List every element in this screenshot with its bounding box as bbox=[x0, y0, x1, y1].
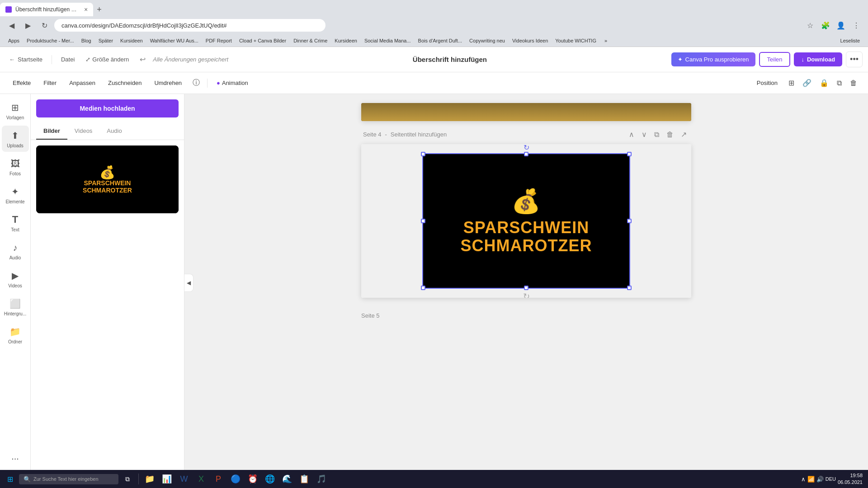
audio-icon: ♪ bbox=[8, 241, 23, 254]
taskbar-search[interactable]: 🔍 Zur Suche Text hier eingeben bbox=[19, 474, 118, 484]
trash-icon[interactable]: 🗑 bbox=[846, 76, 861, 90]
taskbar-taskmanager[interactable]: 📊 bbox=[159, 471, 175, 487]
filter-button[interactable]: Filter bbox=[38, 77, 62, 89]
nav-back-button[interactable]: ◀ bbox=[5, 19, 18, 32]
sidebar-item-audio[interactable]: ♪ Audio bbox=[2, 238, 29, 264]
bookmark-wahlfaecher[interactable]: Wahlfächer WU Aus... bbox=[147, 37, 201, 44]
taskbar-excel[interactable]: X bbox=[193, 471, 209, 487]
extension-icon[interactable]: 🧩 bbox=[819, 19, 832, 32]
animation-button[interactable]: ● Animation bbox=[211, 77, 254, 89]
page-collapse-down-button[interactable]: ∨ bbox=[639, 128, 650, 141]
new-tab-button[interactable]: + bbox=[93, 5, 105, 14]
position-button[interactable]: Position bbox=[751, 77, 783, 89]
brand-image[interactable]: 💰 SPARSCHWEIN SCHMAROTZER bbox=[422, 153, 630, 289]
effekte-button[interactable]: Effekte bbox=[7, 77, 36, 89]
share-button[interactable]: Teilen bbox=[759, 52, 791, 67]
rotate-handle-top[interactable]: ↻ bbox=[524, 144, 529, 152]
design-title[interactable]: Überschrift hinzufügen bbox=[413, 56, 487, 63]
download-button[interactable]: ↓ Download bbox=[794, 52, 842, 66]
bookmark-leseliste[interactable]: Leseliste bbox=[838, 37, 863, 44]
umdrehen-button[interactable]: Umdrehen bbox=[149, 77, 187, 89]
media-item-sparschwein[interactable]: 💰 SPARSCHWEINSCHMAROTZER bbox=[36, 145, 179, 213]
taskbar-explorer[interactable]: 📁 bbox=[142, 471, 158, 487]
bookmark-kursideen1[interactable]: Kursideen bbox=[118, 37, 146, 44]
sidebar-item-videos[interactable]: ▶ Videos bbox=[2, 266, 29, 292]
tray-volume-icon[interactable]: 🔊 bbox=[816, 476, 824, 483]
bookmark-social[interactable]: Social Media Mana... bbox=[362, 37, 414, 44]
taskbar-edge[interactable]: 🌊 bbox=[279, 471, 295, 487]
lock-icon[interactable]: 🔒 bbox=[816, 76, 832, 90]
address-input[interactable] bbox=[54, 19, 326, 32]
anpassen-button[interactable]: Anpassen bbox=[64, 77, 101, 89]
secondary-toolbar: Effekte Filter Anpassen Zuschneiden Umdr… bbox=[0, 72, 868, 94]
bookmark-spaeter[interactable]: Später bbox=[96, 37, 116, 44]
bookmark-kursideen2[interactable]: Kursideen bbox=[332, 37, 360, 44]
page-share-button[interactable]: ↗ bbox=[678, 128, 689, 141]
home-button[interactable]: ← Startseite bbox=[5, 53, 46, 66]
settings-icon[interactable]: ⋮ bbox=[850, 19, 863, 32]
bookmark-youtube[interactable]: Youtube WICHTIG bbox=[552, 37, 599, 44]
taskbar-app5[interactable]: 🔵 bbox=[227, 471, 244, 487]
taskbar-word[interactable]: W bbox=[176, 471, 192, 487]
sidebar-item-uploads[interactable]: ⬆ Uploads bbox=[2, 126, 29, 152]
sidebar-item-ordner[interactable]: 📁 Ordner bbox=[2, 322, 29, 348]
bookmark-pdf[interactable]: PDF Report bbox=[203, 37, 235, 44]
page-collapse-up-button[interactable]: ∧ bbox=[626, 128, 637, 141]
tab-audio[interactable]: Audio bbox=[99, 123, 129, 140]
bookmark-produktsuche[interactable]: Produktsuche - Mer... bbox=[24, 37, 77, 44]
page-delete-button[interactable]: 🗑 bbox=[664, 128, 676, 141]
tray-arrow-icon[interactable]: ∧ bbox=[801, 476, 806, 483]
sidebar-item-hintergrund[interactable]: ⬜ Hintergru... bbox=[2, 294, 29, 320]
resize-button[interactable]: ⤢ Größe ändern bbox=[82, 53, 132, 66]
bookmark-apps[interactable]: Apps bbox=[5, 37, 22, 44]
info-icon[interactable]: ⓘ bbox=[189, 75, 203, 90]
bookmark-dinner[interactable]: Dinner & Crime bbox=[291, 37, 330, 44]
bookmark-videokurs[interactable]: Videokurs Ideen bbox=[509, 37, 551, 44]
taskbar-powerpoint[interactable]: P bbox=[210, 471, 226, 487]
nav-refresh-button[interactable]: ↻ bbox=[38, 19, 51, 32]
tab-videos[interactable]: Videos bbox=[67, 123, 100, 140]
bookmark-bois[interactable]: Bois d'Argent Duft... bbox=[415, 37, 465, 44]
tab-close-icon[interactable]: × bbox=[84, 6, 88, 13]
taskbar-windows-button[interactable]: ⊞ bbox=[2, 471, 18, 487]
tray-language-icon[interactable]: DEU bbox=[826, 476, 836, 482]
bookmark-cload[interactable]: Cload + Canva Bilder bbox=[236, 37, 289, 44]
taskbar-task-view[interactable]: ⧉ bbox=[119, 471, 136, 487]
page4-canvas[interactable]: 💰 SPARSCHWEIN SCHMAROTZER bbox=[361, 144, 691, 298]
taskbar-app10[interactable]: 🎵 bbox=[313, 471, 330, 487]
money-bag-icon: 💰 bbox=[511, 188, 541, 215]
selected-image-wrapper[interactable]: 💰 SPARSCHWEIN SCHMAROTZER bbox=[422, 153, 630, 289]
toolbar-divider2 bbox=[207, 79, 208, 88]
profile-icon[interactable]: 👤 bbox=[835, 19, 847, 32]
nav-forward-button[interactable]: ▶ bbox=[22, 19, 34, 32]
bookmark-copywriting[interactable]: Copywriting neu bbox=[467, 37, 508, 44]
sidebar-item-text[interactable]: T Text bbox=[2, 210, 29, 236]
undo-button[interactable]: ↩ bbox=[136, 52, 149, 66]
zuschneiden-button[interactable]: Zuschneiden bbox=[103, 77, 147, 89]
link-icon[interactable]: 🔗 bbox=[799, 76, 815, 90]
sidebar-item-vorlagen[interactable]: ⊞ Vorlagen bbox=[2, 98, 29, 124]
tab-bilder[interactable]: Bilder bbox=[36, 123, 67, 140]
upload-media-button[interactable]: Medien hochladen bbox=[36, 99, 179, 117]
bookmark-blog[interactable]: Blog bbox=[79, 37, 94, 44]
file-menu[interactable]: Datei bbox=[57, 53, 78, 66]
taskbar-clock[interactable]: 19:58 06.05.2021 bbox=[838, 472, 863, 486]
copy-icon[interactable]: ⧉ bbox=[833, 76, 845, 90]
grid-icon[interactable]: ⊞ bbox=[785, 76, 798, 90]
tray-network-icon[interactable]: 📶 bbox=[807, 476, 815, 483]
browser-tab-active[interactable]: Überschrift hinzufügen – Logo × bbox=[0, 3, 93, 16]
bookmarks-more[interactable]: » bbox=[602, 37, 610, 44]
collapse-panel-button[interactable]: ◀ bbox=[184, 274, 193, 292]
more-options-button[interactable]: ••• bbox=[846, 52, 863, 67]
canvas-area[interactable]: Seite 4 - Seitentitel hinzufügen ∧ ∨ ⧉ 🗑… bbox=[184, 94, 868, 472]
refresh-icon-bottom[interactable]: ↻ bbox=[523, 291, 530, 298]
taskbar-app9[interactable]: 📋 bbox=[296, 471, 312, 487]
bookmark-icon[interactable]: ☆ bbox=[804, 19, 816, 32]
canva-pro-button[interactable]: ✦ Canva Pro ausprobieren bbox=[671, 52, 755, 66]
sidebar-item-elemente[interactable]: ✦ Elemente bbox=[2, 182, 29, 208]
sidebar-item-fotos[interactable]: 🖼 Fotos bbox=[2, 154, 29, 180]
page-duplicate-button[interactable]: ⧉ bbox=[651, 128, 662, 141]
taskbar-clock-app[interactable]: ⏰ bbox=[245, 471, 261, 487]
taskbar-chrome[interactable]: 🌐 bbox=[262, 471, 278, 487]
sidebar-more-button[interactable]: ··· bbox=[6, 448, 24, 468]
